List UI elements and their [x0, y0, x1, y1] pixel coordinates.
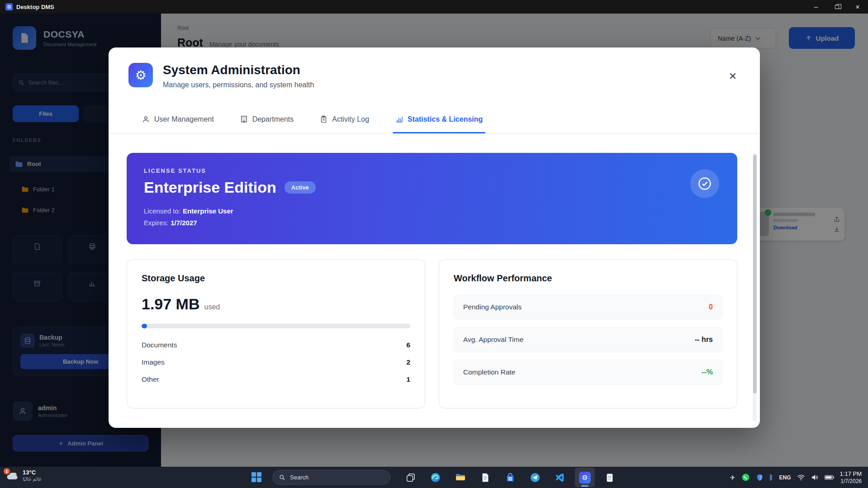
wifi-icon[interactable]	[797, 474, 805, 481]
store-button[interactable]	[500, 468, 520, 487]
storage-title: Storage Usage	[142, 273, 410, 284]
taskbar: 1 13°C غائم غالبًا Search	[0, 467, 868, 488]
storage-row-documents: Documents 6	[142, 336, 410, 354]
workflow-row-avg-approval-time: Avg. Approval Time -- hrs	[454, 327, 722, 352]
license-heading: LICENSE STATUS	[144, 167, 720, 174]
workflow-title: Workflow Performance	[454, 273, 722, 284]
security-shield-icon[interactable]	[756, 474, 764, 482]
start-button[interactable]	[251, 472, 261, 482]
restore-icon	[835, 5, 839, 9]
weather-temp: 13°C	[23, 469, 42, 476]
status-badge: Active	[285, 181, 316, 194]
storage-unit: used	[204, 303, 220, 311]
taskbar-apps: ⚙	[401, 468, 620, 487]
edge-icon	[430, 472, 441, 483]
notepad-button[interactable]	[600, 468, 620, 487]
vscode-icon	[555, 473, 565, 483]
weather-condition: غائم غالبًا	[23, 476, 42, 482]
modal-subtitle: Manage users, permissions, and system he…	[163, 81, 314, 89]
telegram-icon	[530, 472, 541, 483]
storage-progress-fill	[142, 324, 147, 328]
storage-progress-bar	[142, 324, 410, 328]
vscode-button[interactable]	[550, 468, 570, 487]
storage-row-images: Images 2	[142, 354, 410, 371]
expires-line: Expires:1/7/2027	[144, 217, 720, 229]
search-icon	[279, 474, 285, 481]
telegram-button[interactable]	[525, 468, 545, 487]
modal-tabs: User Management Departments Activity Log…	[109, 105, 760, 133]
system-tray: ✈ ᛒ ENG 1:17 PM 1/7/2026	[730, 467, 862, 488]
check-circle-icon	[690, 169, 719, 198]
weather-widget[interactable]: 1 13°C غائم غالبًا	[5, 469, 42, 482]
volume-icon[interactable]	[811, 474, 819, 481]
license-edition: Enterprise Edition	[144, 179, 276, 196]
battery-icon[interactable]	[825, 475, 834, 480]
document-app-button[interactable]	[475, 468, 495, 487]
edge-browser-button[interactable]	[426, 468, 446, 487]
store-icon	[505, 473, 515, 483]
scrollbar-thumb[interactable]	[753, 155, 757, 393]
taskbar-search-label: Search	[290, 474, 308, 481]
tab-departments[interactable]: Departments	[240, 105, 294, 133]
licensed-to-line: Licensed to:Enterprise User	[144, 205, 720, 217]
tray-time: 1:17 PM	[840, 470, 862, 478]
file-explorer-button[interactable]	[451, 468, 470, 487]
license-status-card: LICENSE STATUS Enterprise Edition Active…	[127, 153, 737, 244]
task-view-icon	[406, 473, 416, 483]
airplane-icon[interactable]: ✈	[730, 474, 735, 481]
system-administration-modal: ⚙ System Administration Manage users, pe…	[109, 47, 760, 428]
dms-app-button[interactable]: ⚙	[575, 468, 595, 487]
bar-chart-icon	[395, 115, 403, 123]
storage-amount: 1.97 MB	[142, 295, 200, 313]
tray-date: 1/7/2026	[840, 478, 862, 485]
workflow-performance-card: Workflow Performance Pending Approvals 0…	[439, 259, 737, 408]
tab-activity-log[interactable]: Activity Log	[320, 105, 369, 133]
window-title: Desktop DMS	[16, 4, 54, 10]
task-view-button[interactable]	[401, 468, 421, 487]
workflow-row-completion-rate: Completion Rate --%	[454, 360, 722, 385]
weather-alert-badge: 1	[4, 468, 10, 474]
modal-title: System Administration	[163, 63, 314, 77]
document-app-icon	[480, 473, 490, 483]
notepad-icon	[605, 473, 615, 483]
building-icon	[240, 115, 248, 123]
restore-button[interactable]	[826, 0, 847, 14]
close-icon[interactable]: ✕	[726, 69, 740, 84]
cloud-icon: 1	[5, 470, 19, 482]
modal-body: LICENSE STATUS Enterprise Edition Active…	[109, 133, 760, 428]
gear-icon: ⚙	[128, 63, 153, 87]
language-indicator[interactable]: ENG	[779, 474, 791, 481]
app-window-icon: ⚙	[5, 3, 13, 10]
taskbar-search[interactable]: Search	[272, 470, 391, 485]
window-controls: ─ ✕	[806, 0, 868, 14]
storage-row-other: Other 1	[142, 371, 410, 388]
tab-user-management[interactable]: User Management	[142, 105, 214, 133]
storage-usage-card: Storage Usage 1.97 MB used Documents 6 I…	[127, 259, 425, 408]
window-titlebar: ⚙ Desktop DMS ─ ✕	[0, 0, 868, 14]
dms-app-icon: ⚙	[579, 472, 591, 483]
tab-statistics-licensing[interactable]: Statistics & Licensing	[395, 105, 483, 133]
user-icon	[142, 115, 150, 123]
whatsapp-icon[interactable]	[741, 473, 750, 482]
bluetooth-icon[interactable]: ᛒ	[769, 474, 773, 481]
clipboard-icon	[320, 115, 327, 123]
clock[interactable]: 1:17 PM 1/7/2026	[840, 470, 862, 485]
scrollbar-track[interactable]	[753, 153, 757, 422]
workflow-row-pending-approvals: Pending Approvals 0	[454, 294, 722, 320]
file-explorer-icon	[455, 472, 466, 483]
minimize-button[interactable]: ─	[806, 0, 826, 14]
close-window-button[interactable]: ✕	[847, 0, 868, 14]
